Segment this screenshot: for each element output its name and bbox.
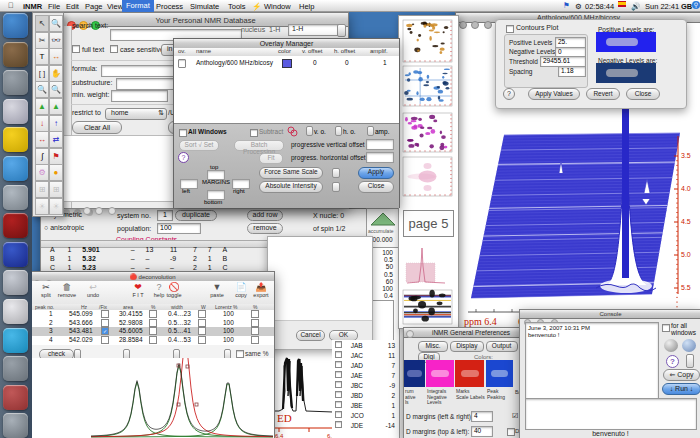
svg-text:ppm 6.4: ppm 6.4 (464, 316, 497, 327)
svg-text:4.0: 4.0 (681, 185, 691, 192)
svg-text:4.5: 4.5 (681, 218, 691, 225)
svg-text:6.4: 6.4 (275, 433, 284, 438)
svg-text:5.5: 5.5 (681, 284, 691, 291)
svg-text:3.5: 3.5 (681, 152, 691, 159)
svg-text:ED: ED (277, 412, 292, 424)
svg-text:5.0: 5.0 (681, 251, 691, 258)
